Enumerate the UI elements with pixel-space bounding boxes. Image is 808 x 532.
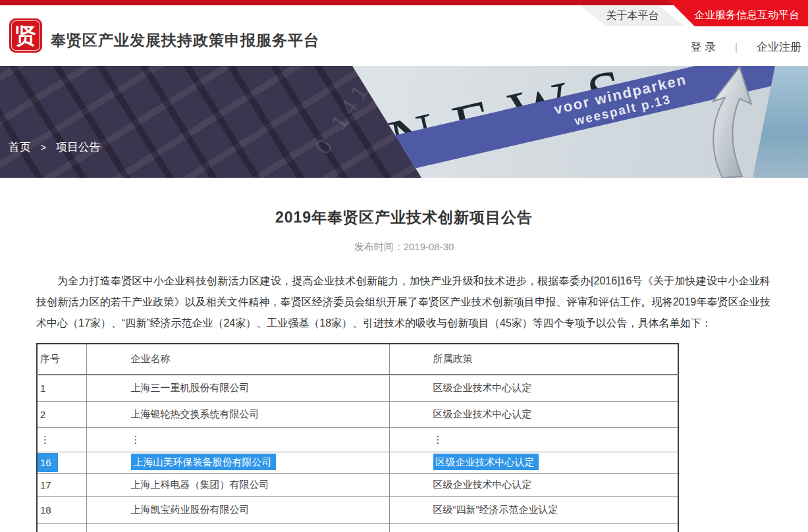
cell-policy: [389, 523, 678, 532]
table-header-row: 序号 企业名称 所属政策: [37, 344, 678, 375]
cell-no: 17: [37, 473, 86, 496]
cell-no: [37, 523, 86, 532]
selected-text: 上海山美环保装备股份有限公司: [131, 454, 276, 470]
cell-company: 上海银轮热交换系统有限公司: [86, 401, 389, 427]
breadcrumb-current[interactable]: 项目公告: [56, 141, 101, 153]
col-header-no: 序号: [37, 344, 86, 375]
register-link[interactable]: 企业注册: [757, 41, 801, 53]
announcement-body: 为全力打造奉贤区中小企业科技创新活力区建设，提高企业技术创新能力，加快产业升级和…: [36, 271, 770, 334]
table-row: 2 上海银轮热交换系统有限公司 区级企业技术中心认定: [37, 401, 678, 427]
cell-policy: 区级“四新”经济示范企业认定: [389, 496, 678, 523]
cell-company: 上海上科电器（集团）有限公司: [86, 473, 389, 496]
table-row: 17 上海上科电器（集团）有限公司 区级企业技术中心认定: [37, 473, 678, 496]
cell-company: 上海三一重机股份有限公司: [86, 375, 389, 401]
publish-date: 发布时间：2019-08-30: [0, 241, 808, 253]
cell-no: 1: [37, 375, 86, 401]
login-register-divider: |: [735, 41, 738, 53]
cell-policy: 区级企业技术中心认定: [389, 452, 678, 473]
selected-text: 区级企业技术中心认定: [433, 454, 539, 470]
cell-no: 16: [37, 452, 86, 473]
cell-company: 上海凯宝药业股份有限公司: [86, 496, 389, 523]
site-title: 奉贤区产业发展扶持政策申报服务平台: [51, 30, 319, 51]
cell-policy: 区级企业技术中心认定: [389, 473, 678, 496]
site-logo-seal: 贤: [9, 18, 42, 53]
cell-ellipsis: ⋮: [86, 427, 389, 452]
newspaper-photo: NEWS voor windparken weespalt p.13: [0, 66, 808, 178]
cell-ellipsis: ⋮: [389, 427, 678, 452]
cell-company: 上海山美环保装备股份有限公司: [86, 452, 389, 473]
table-row-selected: 16 上海山美环保装备股份有限公司 区级企业技术中心认定: [37, 452, 678, 473]
table-row: 18 上海凯宝药业股份有限公司 区级“四新”经济示范企业认定: [37, 496, 678, 523]
account-links: 登 录 | 企业注册: [690, 40, 801, 55]
cell-policy: 区级企业技术中心认定: [389, 401, 678, 427]
cell-ellipsis: ⋮: [37, 427, 86, 452]
news-banner: 0 141 0000 1 NEWS voor windparken weespa…: [0, 66, 808, 178]
up-arrow-graphic: [682, 66, 767, 178]
selected-text: 16: [38, 453, 58, 472]
cell-policy: 区级企业技术中心认定: [389, 375, 678, 401]
table-row-partial: [37, 523, 678, 532]
breadcrumb-separator: >: [41, 142, 46, 153]
col-header-policy: 所属政策: [389, 344, 678, 375]
cell-no: 18: [37, 496, 86, 523]
project-table: 序号 企业名称 所属政策 1 上海三一重机股份有限公司 区级企业技术中心认定 2…: [36, 343, 679, 532]
breadcrumb: 首页 > 项目公告: [9, 140, 101, 155]
col-header-company: 企业名称: [86, 344, 389, 375]
cell-company: [86, 523, 389, 532]
cell-no: 2: [37, 401, 86, 427]
login-link[interactable]: 登 录: [690, 41, 716, 53]
breadcrumb-home-link[interactable]: 首页: [9, 141, 31, 153]
table-row: 1 上海三一重机股份有限公司 区级企业技术中心认定: [37, 375, 678, 401]
table-row-ellipsis: ⋮ ⋮ ⋮: [37, 427, 678, 452]
page-title: 2019年奉贤区产业技术创新项目公告: [0, 207, 808, 228]
